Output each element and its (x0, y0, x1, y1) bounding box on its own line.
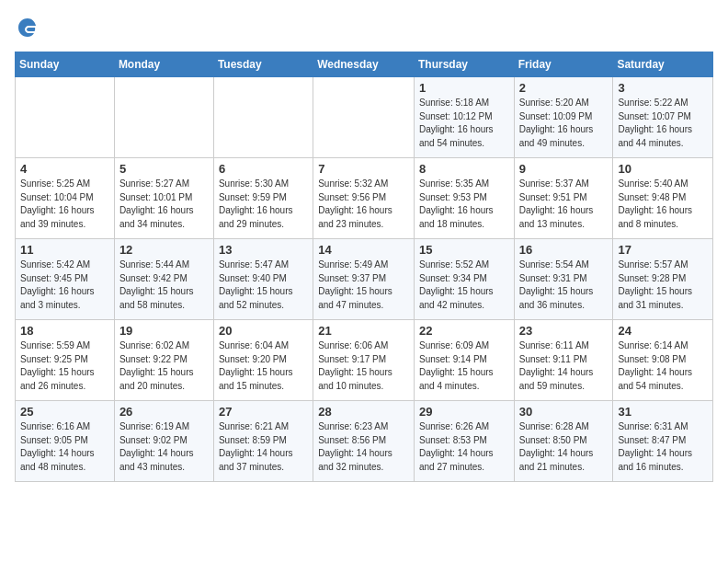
calendar-cell (16, 77, 115, 158)
day-info: Sunrise: 6:02 AM Sunset: 9:22 PM Dayligh… (119, 339, 209, 393)
calendar-cell: 19Sunrise: 6:02 AM Sunset: 9:22 PM Dayli… (114, 320, 213, 401)
page-header (15, 15, 713, 40)
logo (15, 15, 44, 40)
day-number: 5 (119, 162, 209, 176)
day-number: 12 (119, 243, 209, 257)
calendar-cell: 3Sunrise: 5:22 AM Sunset: 10:07 PM Dayli… (613, 77, 713, 158)
calendar-cell: 2Sunrise: 5:20 AM Sunset: 10:09 PM Dayli… (514, 77, 613, 158)
calendar-week-row: 25Sunrise: 6:16 AM Sunset: 9:05 PM Dayli… (16, 401, 713, 482)
weekday-header-sunday: Sunday (16, 52, 115, 77)
day-number: 16 (519, 243, 609, 257)
calendar-cell: 24Sunrise: 6:14 AM Sunset: 9:08 PM Dayli… (613, 320, 713, 401)
day-number: 7 (318, 162, 409, 176)
day-info: Sunrise: 5:40 AM Sunset: 9:48 PM Dayligh… (618, 178, 708, 231)
calendar-cell: 25Sunrise: 6:16 AM Sunset: 9:05 PM Dayli… (16, 401, 115, 482)
day-info: Sunrise: 6:26 AM Sunset: 8:53 PM Dayligh… (419, 420, 509, 474)
day-info: Sunrise: 5:47 AM Sunset: 9:40 PM Dayligh… (219, 259, 308, 312)
day-number: 14 (318, 243, 409, 257)
day-info: Sunrise: 6:31 AM Sunset: 8:47 PM Dayligh… (618, 420, 708, 474)
day-number: 18 (20, 324, 109, 338)
day-info: Sunrise: 6:04 AM Sunset: 9:20 PM Dayligh… (219, 339, 308, 393)
calendar-cell: 29Sunrise: 6:26 AM Sunset: 8:53 PM Dayli… (414, 401, 514, 482)
day-info: Sunrise: 5:35 AM Sunset: 9:53 PM Dayligh… (419, 178, 509, 231)
day-number: 10 (618, 162, 708, 176)
day-info: Sunrise: 5:54 AM Sunset: 9:31 PM Dayligh… (519, 259, 609, 312)
day-number: 3 (618, 81, 708, 95)
logo-icon (15, 15, 40, 40)
calendar-week-row: 11Sunrise: 5:42 AM Sunset: 9:45 PM Dayli… (16, 239, 713, 320)
calendar-cell: 28Sunrise: 6:23 AM Sunset: 8:56 PM Dayli… (313, 401, 415, 482)
day-number: 25 (20, 405, 109, 419)
calendar-cell: 18Sunrise: 5:59 AM Sunset: 9:25 PM Dayli… (16, 320, 115, 401)
calendar-cell: 7Sunrise: 5:32 AM Sunset: 9:56 PM Daylig… (313, 158, 415, 239)
day-number: 4 (20, 162, 109, 176)
day-number: 24 (618, 324, 708, 338)
calendar-cell: 9Sunrise: 5:37 AM Sunset: 9:51 PM Daylig… (514, 158, 613, 239)
calendar-cell: 13Sunrise: 5:47 AM Sunset: 9:40 PM Dayli… (213, 239, 313, 320)
day-number: 20 (219, 324, 308, 338)
day-number: 22 (419, 324, 509, 338)
calendar-cell: 20Sunrise: 6:04 AM Sunset: 9:20 PM Dayli… (213, 320, 313, 401)
day-number: 15 (419, 243, 509, 257)
calendar-week-row: 1Sunrise: 5:18 AM Sunset: 10:12 PM Dayli… (16, 77, 713, 158)
day-number: 1 (419, 81, 509, 95)
calendar-cell: 27Sunrise: 6:21 AM Sunset: 8:59 PM Dayli… (213, 401, 313, 482)
day-info: Sunrise: 6:11 AM Sunset: 9:11 PM Dayligh… (519, 339, 609, 393)
day-number: 19 (119, 324, 209, 338)
day-info: Sunrise: 5:59 AM Sunset: 9:25 PM Dayligh… (20, 339, 109, 393)
calendar-cell: 8Sunrise: 5:35 AM Sunset: 9:53 PM Daylig… (414, 158, 514, 239)
day-info: Sunrise: 6:16 AM Sunset: 9:05 PM Dayligh… (20, 420, 109, 474)
weekday-header-row: SundayMondayTuesdayWednesdayThursdayFrid… (16, 52, 713, 77)
day-info: Sunrise: 5:49 AM Sunset: 9:37 PM Dayligh… (318, 259, 409, 312)
day-number: 11 (20, 243, 109, 257)
calendar-cell: 14Sunrise: 5:49 AM Sunset: 9:37 PM Dayli… (313, 239, 415, 320)
day-info: Sunrise: 6:09 AM Sunset: 9:14 PM Dayligh… (419, 339, 509, 393)
day-number: 26 (119, 405, 209, 419)
weekday-header-monday: Monday (114, 52, 213, 77)
day-number: 31 (618, 405, 708, 419)
day-info: Sunrise: 6:23 AM Sunset: 8:56 PM Dayligh… (318, 420, 409, 474)
calendar-cell: 21Sunrise: 6:06 AM Sunset: 9:17 PM Dayli… (313, 320, 415, 401)
day-info: Sunrise: 6:14 AM Sunset: 9:08 PM Dayligh… (618, 339, 708, 393)
day-info: Sunrise: 5:44 AM Sunset: 9:42 PM Dayligh… (119, 259, 209, 312)
day-info: Sunrise: 5:22 AM Sunset: 10:07 PM Daylig… (618, 97, 708, 150)
day-number: 27 (219, 405, 308, 419)
day-info: Sunrise: 5:42 AM Sunset: 9:45 PM Dayligh… (20, 259, 109, 312)
weekday-header-saturday: Saturday (613, 52, 713, 77)
calendar-cell: 15Sunrise: 5:52 AM Sunset: 9:34 PM Dayli… (414, 239, 514, 320)
weekday-header-tuesday: Tuesday (213, 52, 313, 77)
calendar-cell (114, 77, 213, 158)
day-info: Sunrise: 6:06 AM Sunset: 9:17 PM Dayligh… (318, 339, 409, 393)
day-info: Sunrise: 6:28 AM Sunset: 8:50 PM Dayligh… (519, 420, 609, 474)
calendar-cell: 12Sunrise: 5:44 AM Sunset: 9:42 PM Dayli… (114, 239, 213, 320)
calendar-week-row: 18Sunrise: 5:59 AM Sunset: 9:25 PM Dayli… (16, 320, 713, 401)
day-number: 29 (419, 405, 509, 419)
day-number: 6 (219, 162, 308, 176)
day-number: 17 (618, 243, 708, 257)
calendar-table: SundayMondayTuesdayWednesdayThursdayFrid… (15, 52, 713, 482)
day-number: 8 (419, 162, 509, 176)
day-info: Sunrise: 6:19 AM Sunset: 9:02 PM Dayligh… (119, 420, 209, 474)
day-info: Sunrise: 6:21 AM Sunset: 8:59 PM Dayligh… (219, 420, 308, 474)
calendar-cell: 1Sunrise: 5:18 AM Sunset: 10:12 PM Dayli… (414, 77, 514, 158)
calendar-cell (313, 77, 415, 158)
day-info: Sunrise: 5:30 AM Sunset: 9:59 PM Dayligh… (219, 178, 308, 231)
calendar-cell: 23Sunrise: 6:11 AM Sunset: 9:11 PM Dayli… (514, 320, 613, 401)
day-info: Sunrise: 5:37 AM Sunset: 9:51 PM Dayligh… (519, 178, 609, 231)
calendar-cell: 10Sunrise: 5:40 AM Sunset: 9:48 PM Dayli… (613, 158, 713, 239)
calendar-cell: 30Sunrise: 6:28 AM Sunset: 8:50 PM Dayli… (514, 401, 613, 482)
calendar-cell: 6Sunrise: 5:30 AM Sunset: 9:59 PM Daylig… (213, 158, 313, 239)
day-info: Sunrise: 5:18 AM Sunset: 10:12 PM Daylig… (419, 97, 509, 150)
day-info: Sunrise: 5:25 AM Sunset: 10:04 PM Daylig… (20, 178, 109, 231)
day-number: 28 (318, 405, 409, 419)
day-number: 9 (519, 162, 609, 176)
day-number: 2 (519, 81, 609, 95)
day-info: Sunrise: 5:20 AM Sunset: 10:09 PM Daylig… (519, 97, 609, 150)
day-info: Sunrise: 5:32 AM Sunset: 9:56 PM Dayligh… (318, 178, 409, 231)
calendar-week-row: 4Sunrise: 5:25 AM Sunset: 10:04 PM Dayli… (16, 158, 713, 239)
calendar-cell: 5Sunrise: 5:27 AM Sunset: 10:01 PM Dayli… (114, 158, 213, 239)
day-info: Sunrise: 5:52 AM Sunset: 9:34 PM Dayligh… (419, 259, 509, 312)
calendar-cell: 17Sunrise: 5:57 AM Sunset: 9:28 PM Dayli… (613, 239, 713, 320)
calendar-cell: 11Sunrise: 5:42 AM Sunset: 9:45 PM Dayli… (16, 239, 115, 320)
calendar-cell: 22Sunrise: 6:09 AM Sunset: 9:14 PM Dayli… (414, 320, 514, 401)
